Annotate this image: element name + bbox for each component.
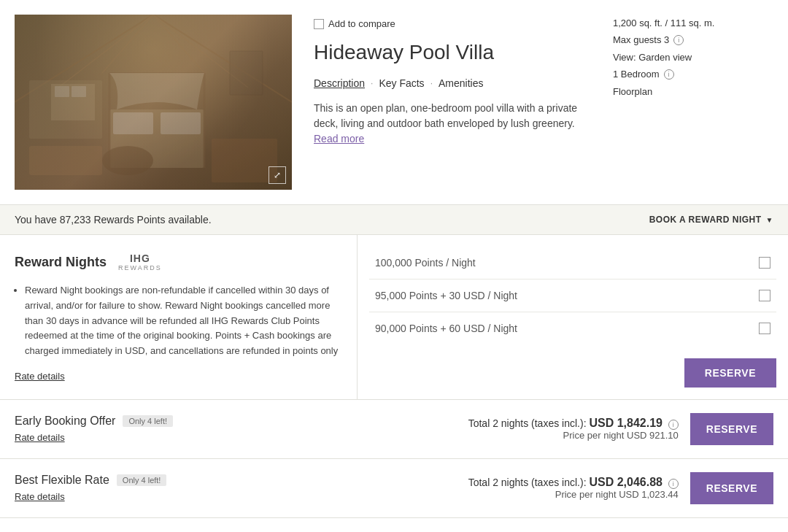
svg-rect-17 (212, 139, 277, 182)
svg-rect-16 (29, 146, 102, 175)
room-tabs: Description · Key Facts · Amenities (314, 77, 591, 89)
svg-line-3 (102, 15, 153, 73)
rate-1-name-row: Best Flexible Rate Only 4 left! (15, 474, 166, 487)
reward-option-2-label: 90,000 Points + 60 USD / Night (375, 323, 517, 334)
reward-policy-text: Reward Night bookings are non-refundable… (15, 283, 342, 359)
reward-nights-left: Reward Nights IHG REWARDS Reward Night b… (0, 235, 358, 399)
reward-option-2: 90,000 Points + 60 USD / Night (369, 312, 776, 344)
fact-size: 1,200 sq. ft. / 111 sq. m. (613, 15, 773, 31)
reward-options-list: 100,000 Points / Night 95,000 Points + 3… (369, 247, 776, 344)
reward-reserve-button[interactable]: RESERVE (684, 358, 776, 388)
rate-0-per-night: Price per night USD 921.10 (468, 430, 679, 441)
rate-0-pricing: Total 2 nights (taxes incl.): USD 1,842.… (468, 417, 679, 441)
rate-0-total: Total 2 nights (taxes incl.): USD 1,842.… (468, 417, 679, 430)
read-more-link[interactable]: Read more (314, 133, 364, 144)
rate-1-pricing: Total 2 nights (taxes incl.): USD 2,046.… (468, 476, 679, 500)
rate-0-name: Early Booking Offer (15, 415, 115, 428)
svg-rect-12 (161, 112, 201, 134)
room-facts: 1,200 sq. ft. / 111 sq. m. Max guests 3 … (613, 15, 773, 190)
add-compare-row: Add to compare (314, 18, 591, 29)
expand-image-icon[interactable]: ⤢ (269, 166, 286, 184)
room-details: Add to compare Hideaway Pool Villa Descr… (314, 15, 591, 190)
rate-0-left: Early Booking Offer Only 4 left! Rate de… (15, 415, 173, 443)
bedrooms-info-icon[interactable]: i (664, 69, 674, 80)
reward-nights-header: Reward Nights IHG REWARDS (15, 252, 342, 271)
reward-nights-section: Reward Nights IHG REWARDS Reward Night b… (0, 235, 788, 400)
rate-0-right: Total 2 nights (taxes incl.): USD 1,842.… (468, 413, 773, 445)
rate-0-info-icon[interactable]: i (668, 420, 679, 430)
reward-option-2-checkbox[interactable] (759, 323, 770, 334)
rate-0-total-price: USD 1,842.19 (589, 417, 663, 429)
reward-option-1-label: 95,000 Points + 30 USD / Night (375, 290, 517, 301)
reward-option-0: 100,000 Points / Night (369, 247, 776, 280)
svg-rect-9 (72, 86, 86, 97)
rate-1-badge: Only 4 left! (117, 474, 167, 486)
reward-option-0-checkbox[interactable] (759, 257, 770, 269)
svg-rect-11 (113, 112, 153, 134)
rate-0-name-row: Early Booking Offer Only 4 left! (15, 415, 173, 428)
rate-section-0: Early Booking Offer Only 4 left! Rate de… (0, 400, 788, 459)
svg-point-19 (102, 146, 153, 175)
rate-1-per-night: Price per night USD 1,023.44 (468, 489, 679, 500)
tab-description[interactable]: Description (314, 77, 365, 89)
room-header: ⤢ Add to compare Hideaway Pool Villa Des… (0, 0, 788, 204)
tab-key-facts[interactable]: Key Facts (379, 77, 424, 89)
rate-1-info-icon[interactable]: i (668, 479, 679, 489)
rate-0-details-link[interactable]: Rate details (15, 432, 173, 443)
svg-rect-8 (55, 86, 69, 97)
chevron-down-icon: ▼ (766, 216, 773, 224)
room-title: Hideaway Pool Villa (314, 41, 591, 64)
rate-0-badge: Only 4 left! (123, 415, 173, 427)
room-image: ⤢ (15, 15, 292, 190)
reward-option-1-checkbox[interactable] (759, 290, 770, 301)
compare-label: Add to compare (328, 18, 395, 29)
rate-1-name: Best Flexible Rate (15, 474, 109, 487)
reward-option-0-label: 100,000 Points / Night (375, 257, 476, 269)
rewards-text: You have 87,233 Rewards Points available… (15, 214, 212, 225)
ihg-logo: IHG REWARDS (118, 252, 162, 271)
rate-section-1: Best Flexible Rate Only 4 left! Rate det… (0, 459, 788, 518)
rate-1-right: Total 2 nights (taxes incl.): USD 2,046.… (468, 472, 773, 504)
reward-option-1: 95,000 Points + 30 USD / Night (369, 280, 776, 312)
tab-amenities[interactable]: Amenities (439, 77, 483, 89)
book-reward-night-button[interactable]: BOOK A REWARD NIGHT ▼ (649, 215, 773, 225)
rate-1-total: Total 2 nights (taxes incl.): USD 2,046.… (468, 476, 679, 489)
svg-line-4 (153, 15, 204, 73)
rate-1-reserve-button[interactable]: RESERVE (690, 472, 773, 504)
fact-bedrooms: 1 Bedroom i (613, 66, 773, 82)
fact-view: View: Garden view (613, 49, 773, 66)
rewards-banner: You have 87,233 Rewards Points available… (0, 204, 788, 235)
svg-rect-18 (230, 51, 263, 95)
reward-nights-right: 100,000 Points / Night 95,000 Points + 3… (358, 235, 788, 399)
compare-checkbox[interactable] (314, 19, 324, 29)
fact-max-guests: Max guests 3 i (613, 31, 773, 48)
rate-1-left: Best Flexible Rate Only 4 left! Rate det… (15, 474, 166, 502)
room-description: This is an open plan, one-bedroom pool v… (314, 101, 591, 147)
reward-rate-details-link[interactable]: Rate details (15, 371, 342, 382)
fact-floorplan: Floorplan (613, 83, 773, 100)
max-guests-info-icon[interactable]: i (673, 35, 684, 45)
rate-1-total-price: USD 2,046.88 (589, 476, 663, 488)
rate-1-details-link[interactable]: Rate details (15, 491, 166, 502)
rate-0-reserve-button[interactable]: RESERVE (690, 413, 773, 445)
reward-nights-title: Reward Nights (15, 255, 107, 270)
